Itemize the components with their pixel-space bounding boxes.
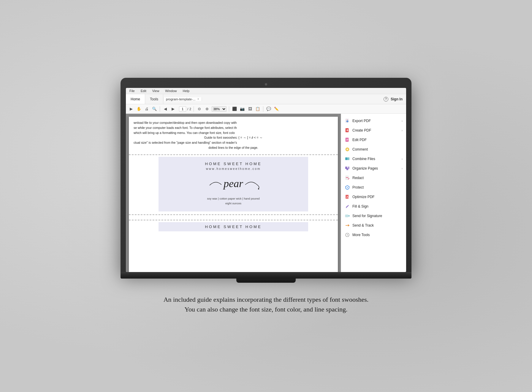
- combine-chevron: ›: [402, 157, 403, 161]
- create-pdf-icon: [345, 128, 350, 133]
- svg-point-1: [258, 188, 259, 189]
- edit-pdf-label: Edit PDF: [352, 138, 403, 142]
- edit-pdf-icon: [345, 137, 350, 143]
- export-pdf-chevron: ›: [402, 119, 403, 123]
- svg-rect-16: [345, 215, 348, 217]
- organize-pages-label: Organize Pages: [352, 166, 399, 170]
- redact-label: Redact: [352, 176, 403, 180]
- search-icon[interactable]: 🔍: [151, 106, 157, 112]
- zoom-out-icon[interactable]: ⊖: [196, 106, 202, 112]
- pen-icon[interactable]: ✏️: [273, 106, 279, 112]
- page-total: 2: [189, 107, 191, 111]
- form-icon[interactable]: 📋: [255, 106, 261, 112]
- print-icon[interactable]: 🖨: [144, 106, 150, 112]
- panel-item-protect[interactable]: Protect: [341, 183, 406, 192]
- panel-item-comment[interactable]: Comment: [341, 145, 406, 154]
- label-desc: soy wax | cotton paper wick | hand poure…: [164, 196, 302, 205]
- main-tabs: Home Tools: [126, 94, 163, 104]
- comment-label: Comment: [352, 147, 403, 151]
- create-pdf-label: Create PDF: [352, 128, 399, 132]
- panel-item-edit-pdf[interactable]: Edit PDF: [341, 135, 406, 145]
- caption-line1: An included guide explains incorporating…: [164, 295, 369, 304]
- tab-row: Home Tools program-template-... × ? Sign…: [126, 94, 406, 104]
- redact-icon: [345, 175, 350, 181]
- svg-rect-11: [346, 168, 348, 170]
- organize-pages-icon: [345, 166, 350, 171]
- comment-panel-icon: [345, 147, 350, 152]
- file-tab: program-template-... ×: [163, 97, 202, 101]
- svg-rect-8: [347, 157, 349, 160]
- optimize-pdf-label: Optimize PDF: [352, 195, 403, 199]
- pdf-page: wnload file to your computer/desktop and…: [129, 117, 338, 272]
- more-tools-label: More Tools: [352, 233, 403, 237]
- panel-item-redact[interactable]: Redact: [341, 173, 406, 183]
- sign-in-button[interactable]: Sign In: [391, 97, 403, 101]
- label-title: HOME SWEET HOME: [164, 162, 302, 166]
- fill-sign-icon: [345, 204, 350, 209]
- crop-icon[interactable]: ⬛: [232, 106, 238, 112]
- menu-window[interactable]: Window: [164, 88, 178, 93]
- svg-point-6: [346, 148, 348, 150]
- panel-item-export-pdf[interactable]: Export PDF ›: [341, 116, 406, 126]
- panel-item-send-signature[interactable]: Send for Signature: [341, 211, 406, 221]
- separator-1: [160, 106, 160, 112]
- panel-item-more-tools[interactable]: More Tools: [341, 230, 406, 240]
- label-url: www.homesweethome.com: [164, 167, 302, 170]
- right-panel: Export PDF › Create PDF ›: [341, 114, 406, 272]
- optimize-pdf-icon: [345, 194, 350, 200]
- menu-file[interactable]: File: [128, 88, 136, 93]
- panel-item-send-track[interactable]: Send & Track: [341, 221, 406, 230]
- menu-help[interactable]: Help: [181, 88, 191, 93]
- svg-rect-7: [345, 157, 347, 160]
- file-tab-name: program-template-...: [166, 97, 196, 101]
- label-script: pear: [164, 173, 302, 194]
- organize-chevron: ›: [402, 167, 403, 170]
- page-number-input[interactable]: [179, 106, 186, 112]
- laptop-base: [121, 272, 411, 279]
- close-tab-button[interactable]: ×: [197, 97, 199, 101]
- panel-item-organize[interactable]: Organize Pages ›: [341, 164, 406, 173]
- panel-item-fill-sign[interactable]: Fill & Sign: [341, 202, 406, 211]
- sign-in-area: ? Sign In: [384, 97, 406, 102]
- laptop-camera: [265, 83, 267, 86]
- more-tools-icon: [345, 232, 350, 238]
- dashed-line-top: [129, 154, 338, 155]
- snapshot-icon[interactable]: 📷: [239, 106, 245, 112]
- panel-item-optimize[interactable]: Optimize PDF: [341, 192, 406, 202]
- menu-view[interactable]: View: [151, 88, 161, 93]
- comment-icon[interactable]: 💬: [266, 106, 272, 112]
- next-page-icon[interactable]: ▶: [170, 106, 176, 112]
- dashed-line-bottom: [129, 220, 338, 220]
- svg-text:pear: pear: [223, 178, 243, 189]
- laptop: File Edit View Window Help Home Tools pr…: [121, 78, 411, 283]
- panel-item-combine[interactable]: Combine Files ›: [341, 154, 406, 164]
- separator-3: [229, 106, 229, 112]
- pdf-viewer[interactable]: wnload file to your computer/desktop and…: [126, 114, 341, 272]
- zoom-in-icon[interactable]: ⊕: [204, 106, 210, 112]
- pdf-text-area: wnload file to your computer/desktop and…: [129, 117, 338, 153]
- help-icon[interactable]: ?: [384, 97, 388, 102]
- panel-item-create-pdf[interactable]: Create PDF ›: [341, 126, 406, 135]
- menu-edit[interactable]: Edit: [140, 88, 148, 93]
- embed-icon[interactable]: 🖼: [247, 106, 253, 112]
- send-signature-icon: [345, 213, 350, 219]
- combine-files-icon: [345, 156, 350, 162]
- laptop-body: File Edit View Window Help Home Tools pr…: [121, 78, 411, 272]
- svg-point-14: [347, 187, 348, 188]
- pdf-bottom-title: HOME SWEET HOME: [159, 222, 308, 231]
- export-pdf-label: Export PDF: [352, 119, 399, 123]
- tab-home[interactable]: Home: [126, 94, 145, 104]
- protect-label: Protect: [352, 185, 403, 189]
- combine-files-label: Combine Files: [352, 157, 399, 161]
- hand-tool-icon[interactable]: ✋: [136, 106, 142, 112]
- zoom-select[interactable]: 38% 50% 75% 100%: [212, 106, 227, 112]
- menu-bar: File Edit View Window Help: [126, 88, 406, 94]
- tab-tools[interactable]: Tools: [145, 94, 163, 104]
- select-tool-icon[interactable]: ▶: [128, 106, 134, 112]
- acrobat-main: wnload file to your computer/desktop and…: [126, 114, 406, 272]
- send-signature-label: Send for Signature: [352, 214, 403, 218]
- fill-sign-label: Fill & Sign: [352, 204, 403, 208]
- prev-page-icon[interactable]: ◀: [162, 106, 168, 112]
- pdf-label: HOME SWEET HOME www.homesweethome.com pe…: [159, 157, 308, 211]
- send-track-icon: [345, 223, 350, 228]
